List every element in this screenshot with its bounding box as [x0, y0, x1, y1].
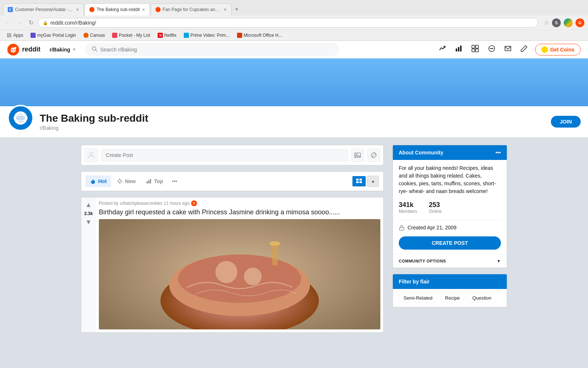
svg-point-7 [7, 36, 8, 37]
bookmark-netflix-label: Netflix [164, 33, 176, 38]
post-image[interactable] [99, 219, 380, 329]
post-author: Posted by [99, 201, 118, 206]
image-upload-button[interactable] [351, 149, 364, 162]
svg-rect-44 [150, 179, 151, 183]
filter-flair-title: Filter by flair [399, 279, 430, 285]
svg-rect-42 [147, 181, 148, 183]
bookmark-pocket-label: Pocket - My List [119, 33, 150, 38]
browser-chrome: Customer Persona/Avatar - Go... × The Ba… [0, 0, 588, 41]
members-label: Members [399, 209, 417, 214]
subreddit-name: r/Baking [40, 125, 545, 131]
address-bar-row: ← → ↻ 🔒 ☆ S ⬡ G [0, 15, 588, 30]
vote-column: ▲ 2.3k ▼ [81, 197, 96, 332]
tab1-label: Customer Persona/Avatar - Go... [15, 7, 74, 12]
tab-1[interactable]: Customer Persona/Avatar - Go... × [3, 3, 84, 15]
svg-rect-20 [458, 47, 459, 51]
card-view-button[interactable] [352, 176, 366, 186]
chat-icon-button[interactable] [487, 43, 497, 56]
sort-hot-button[interactable]: Hot [86, 175, 111, 187]
pocket-icon [112, 33, 117, 38]
svg-point-13 [12, 49, 13, 50]
svg-rect-24 [472, 49, 475, 52]
tab3-close[interactable]: × [223, 7, 226, 12]
reddit-logo[interactable]: reddit [7, 44, 40, 56]
new-tab-button[interactable]: + [232, 3, 241, 15]
mygav-icon [31, 33, 36, 38]
chart-icon-button[interactable] [453, 43, 464, 56]
bookmark-office[interactable]: Microsoft Office H... [234, 32, 285, 39]
tab2-close[interactable]: × [142, 7, 145, 12]
flair-tag-question[interactable]: Question [467, 293, 496, 303]
create-post-sidebar-button[interactable]: CREATE POST [399, 236, 501, 250]
bookmark-star-button[interactable]: ☆ [544, 19, 549, 26]
post-body: Posted by u/batchpleasecookies 11 hours … [96, 197, 383, 332]
community-options-label: COMMUNITY OPTIONS [399, 259, 446, 263]
tab3-favicon [155, 7, 161, 12]
bookmark-canvas[interactable]: Canvas [80, 32, 108, 39]
trending-icon-button[interactable] [437, 43, 448, 56]
post-title[interactable]: Birthday girl requested a cake with Prin… [99, 208, 380, 216]
bookmark-apps[interactable]: Apps [4, 32, 26, 39]
subreddit-hero: The Baking sub-reddit r/Baking JOIN [0, 106, 588, 137]
svg-rect-47 [356, 181, 359, 183]
tab-2[interactable]: The Baking sub-reddit × [85, 3, 150, 15]
svg-point-56 [269, 241, 280, 246]
mail-icon-button[interactable] [503, 43, 513, 56]
bookmark-pocket[interactable]: Pocket - My List [109, 32, 153, 39]
svg-rect-45 [356, 179, 359, 181]
get-coins-button[interactable]: Get Coins [535, 44, 581, 56]
tab-3[interactable]: Fan Page for Cupcakes and a... × [151, 3, 232, 15]
back-button[interactable]: ← [4, 18, 12, 28]
flair-tag-label: Semi-Related [404, 295, 433, 301]
reddit-logo-circle [7, 44, 19, 56]
subreddit-selector[interactable]: r/Baking ▼ [46, 44, 79, 55]
view-dropdown-button[interactable]: ▼ [367, 176, 379, 187]
community-stats: 341k Members 253 Online [399, 201, 501, 214]
tab1-close[interactable]: × [76, 7, 79, 12]
flair-tag-label: Question [472, 295, 491, 301]
search-bar[interactable] [85, 43, 339, 56]
upvote-button[interactable]: ▲ [85, 200, 93, 210]
svg-point-29 [492, 48, 493, 49]
bookmark-mygav[interactable]: myGav Portal Login [28, 32, 79, 39]
flair-tag-semi-related[interactable]: Semi-Related [399, 293, 437, 303]
flair-tag-label: Recipe [445, 295, 460, 301]
sort-new-button[interactable]: New [112, 175, 140, 187]
refresh-button[interactable]: ↻ [27, 18, 35, 28]
vote-count: 2.3k [84, 211, 93, 216]
online-count: 253 [429, 201, 442, 209]
join-button[interactable]: JOIN [551, 116, 581, 128]
community-options-row[interactable]: COMMUNITY OPTIONS ▼ [393, 254, 507, 268]
chevron-down-icon-view: ▼ [371, 180, 375, 184]
subreddit-title: The Baking sub-reddit [40, 112, 545, 124]
create-post-input[interactable] [101, 149, 348, 161]
about-community-body: For all your baking needs! Recipes, idea… [393, 160, 507, 254]
chevron-down-icon-options: ▼ [497, 259, 501, 263]
post-username[interactable]: u/batchpleasecookies [120, 201, 162, 206]
link-button[interactable] [367, 149, 380, 162]
address-bar[interactable]: 🔒 [38, 18, 538, 28]
more-options-icon[interactable]: ••• [495, 150, 501, 156]
community-icon-button[interactable] [470, 43, 481, 56]
bookmark-prime[interactable]: Prime Video: Prim... [181, 32, 232, 39]
sort-more-button[interactable]: ••• [169, 175, 180, 187]
coins-icon [541, 46, 548, 53]
svg-point-2 [9, 33, 10, 35]
forward-button[interactable]: → [15, 18, 24, 28]
bookmark-prime-label: Prime Video: Prim... [190, 33, 229, 38]
search-input[interactable] [100, 47, 333, 53]
create-post-box [81, 145, 384, 165]
flair-tag-recipe[interactable]: Recipe [440, 293, 465, 303]
bookmark-netflix[interactable]: N Netflix [155, 32, 179, 39]
url-input[interactable] [50, 20, 533, 26]
edit-icon-button[interactable] [519, 43, 529, 56]
svg-point-17 [92, 47, 96, 50]
sort-top-button[interactable]: Top [141, 175, 168, 187]
reddit-app: reddit r/Baking ▼ [0, 41, 588, 336]
hot-flame-icon [90, 178, 96, 184]
user-flair-icon: S [191, 200, 197, 206]
header-actions: Get Coins [437, 43, 581, 56]
svg-point-27 [490, 48, 491, 49]
prime-icon [184, 33, 189, 38]
downvote-button[interactable]: ▼ [85, 218, 93, 227]
